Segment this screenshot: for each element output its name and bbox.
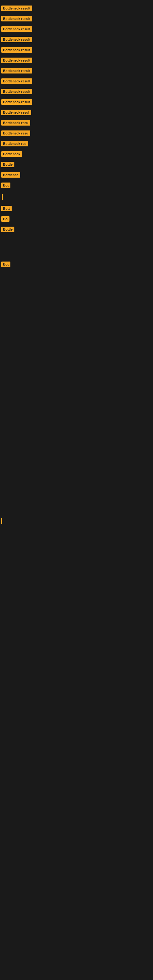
bottleneck-result-bar: Bottleneck result bbox=[1, 26, 32, 32]
bottleneck-result-bar: Bottleneck result bbox=[1, 5, 32, 11]
bottleneck-result-bar: Bottleneck res bbox=[1, 141, 28, 146]
bar-row: Bottleneck result bbox=[1, 4, 153, 14]
bar-row: Bottleneck resu bbox=[1, 129, 153, 139]
bottleneck-result-bar: Bottleneck result bbox=[1, 57, 32, 63]
bar-row bbox=[1, 191, 153, 204]
bar-row: Bottleneck result bbox=[1, 76, 153, 87]
bar-row: Bottlenec bbox=[1, 170, 153, 181]
bar-row: Bottleneck resul bbox=[1, 108, 153, 118]
bottleneck-result-bar: Bott bbox=[1, 206, 12, 211]
site-title bbox=[0, 0, 153, 4]
bottom-cursor bbox=[1, 515, 153, 528]
bottleneck-result-bar: Bo bbox=[1, 216, 10, 222]
bar-row: Bo bbox=[1, 215, 153, 225]
bar-row bbox=[1, 235, 153, 260]
bar-row: Bottleneck result bbox=[1, 45, 153, 56]
bottleneck-result-bar: Bottleneck resu bbox=[1, 120, 30, 126]
bar-row: Bot bbox=[1, 181, 153, 191]
bottleneck-result-bar: Bottleneck result bbox=[1, 37, 32, 42]
cursor-indicator bbox=[2, 194, 3, 200]
bottleneck-result-bar: Bottlenec bbox=[1, 172, 20, 178]
bar-row: Bottle bbox=[1, 160, 153, 170]
bar-row: Bottleneck res bbox=[1, 139, 153, 150]
bar-row: Bottleneck bbox=[1, 150, 153, 160]
bar-row: Bottleneck result bbox=[1, 14, 153, 24]
bottleneck-result-bar: Bottleneck result bbox=[1, 99, 32, 105]
bottleneck-result-bar: Bottleneck result bbox=[1, 78, 32, 84]
bottleneck-result-bar: Bottleneck result bbox=[1, 47, 32, 52]
bottleneck-result-bar: Bottleneck result bbox=[1, 68, 32, 73]
bottleneck-result-bar: Bottleneck bbox=[1, 151, 22, 157]
bottleneck-result-bar: Bottle bbox=[1, 227, 14, 232]
bar-row: Bottleneck resu bbox=[1, 118, 153, 129]
bar-row: Bottleneck result bbox=[1, 87, 153, 97]
bar-row: Bottleneck result bbox=[1, 56, 153, 66]
bottleneck-result-bar: Bot bbox=[1, 183, 10, 188]
bar-row: Bottleneck result bbox=[1, 97, 153, 108]
bar-row: Bottleneck result bbox=[1, 35, 153, 45]
bar-row: Bottleneck result bbox=[1, 66, 153, 76]
bottleneck-result-bar: Bottleneck resul bbox=[1, 110, 31, 115]
bottleneck-result-bar: Bottleneck result bbox=[1, 16, 32, 21]
bottleneck-result-bar: Bottleneck result bbox=[1, 89, 32, 94]
bar-row: Bott bbox=[1, 204, 153, 215]
bottleneck-result-bar: Bot bbox=[1, 261, 10, 267]
bar-row: Bottleneck result bbox=[1, 24, 153, 35]
bar-row: Bot bbox=[1, 260, 153, 270]
bottleneck-result-bar: Bottle bbox=[1, 162, 14, 167]
bottleneck-result-bar: Bottleneck resu bbox=[1, 130, 30, 136]
bar-row: Bottle bbox=[1, 225, 153, 235]
